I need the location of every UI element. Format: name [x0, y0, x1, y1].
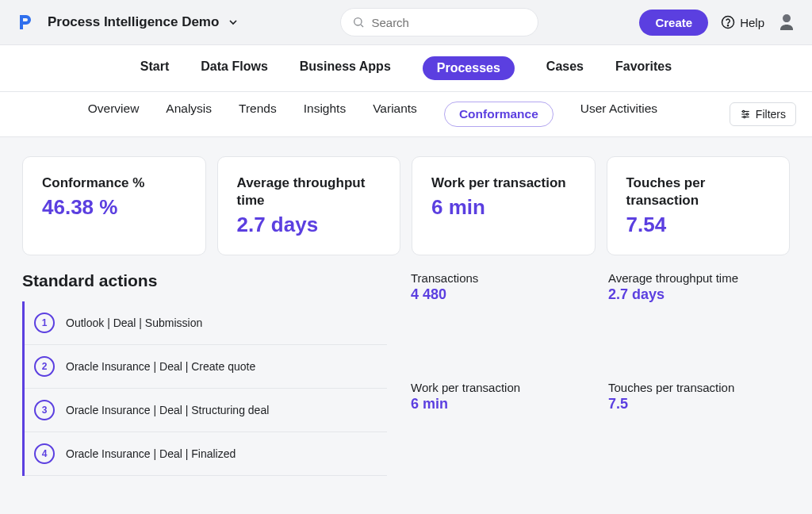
- main-nav: Start Data Flows Business Apps Processes…: [0, 45, 812, 92]
- stat-throughput: Average throughput time 2.7 days: [608, 271, 790, 366]
- filters-icon: [740, 109, 751, 120]
- actions-list: 1 Outlook | Deal | Submission 2 Oracle I…: [22, 301, 387, 476]
- stat-touches: Touches per transaction 7.5: [608, 381, 790, 476]
- search-icon: [352, 15, 365, 29]
- svg-point-9: [746, 113, 748, 115]
- tab-overview[interactable]: Overview: [88, 102, 140, 127]
- kpi-work: Work per transaction 6 min: [412, 156, 596, 255]
- help-label: Help: [740, 16, 764, 29]
- action-label: Oracle Insurance | Deal | Structuring de…: [66, 404, 269, 416]
- search-box[interactable]: [340, 8, 538, 36]
- svg-line-1: [362, 25, 364, 27]
- stat-work: Work per transaction 6 min: [411, 381, 592, 476]
- tab-trends[interactable]: Trends: [239, 102, 277, 127]
- kpi-throughput: Average throughput time 2.7 days: [217, 156, 401, 255]
- logo-icon: [16, 13, 35, 32]
- summary-stats: Transactions 4 480 Average throughput ti…: [411, 271, 790, 476]
- action-item[interactable]: 3 Oracle Insurance | Deal | Structuring …: [25, 389, 387, 432]
- filters-label: Filters: [756, 108, 786, 121]
- nav-business-apps[interactable]: Business Apps: [300, 56, 391, 80]
- nav-favorites[interactable]: Favorites: [615, 56, 672, 80]
- kpi-conformance: Conformance % 46.38 %: [22, 156, 206, 255]
- action-number: 2: [34, 356, 55, 377]
- standard-actions-panel: Standard actions 1 Outlook | Deal | Subm…: [22, 271, 387, 476]
- workspace-name: Process Intelligence Demo: [48, 14, 219, 30]
- stat-value: 2.7 days: [608, 286, 790, 303]
- kpi-value: 7.54: [626, 213, 771, 237]
- kpi-value: 46.38 %: [42, 195, 186, 220]
- tab-conformance[interactable]: Conformance: [444, 102, 553, 127]
- nav-processes[interactable]: Processes: [423, 56, 515, 80]
- tab-variants[interactable]: Variants: [373, 102, 417, 127]
- stat-value: 6 min: [411, 396, 592, 412]
- help-icon: [721, 15, 735, 29]
- sub-nav: Overview Analysis Trends Insights Varian…: [72, 102, 657, 127]
- stat-transactions: Transactions 4 480: [411, 271, 592, 366]
- chevron-down-icon: [227, 16, 239, 29]
- content-area: Conformance % 46.38 % Average throughput…: [0, 137, 812, 495]
- action-label: Oracle Insurance | Deal | Finalized: [66, 447, 236, 460]
- search-input[interactable]: [371, 16, 527, 29]
- create-button[interactable]: Create: [639, 10, 708, 36]
- help-link[interactable]: Help: [721, 15, 764, 29]
- nav-start[interactable]: Start: [140, 56, 169, 80]
- tab-insights[interactable]: Insights: [304, 102, 346, 127]
- kpi-label: Average throughput time: [237, 175, 381, 209]
- action-item[interactable]: 4 Oracle Insurance | Deal | Finalized: [25, 432, 387, 476]
- stat-value: 4 480: [411, 286, 592, 303]
- nav-data-flows[interactable]: Data Flows: [201, 56, 267, 80]
- kpi-value: 2.7 days: [237, 213, 381, 237]
- action-number: 3: [34, 400, 55, 420]
- top-bar: Process Intelligence Demo Create Help: [0, 0, 812, 45]
- svg-point-8: [742, 110, 744, 112]
- svg-point-4: [783, 16, 790, 22]
- sub-nav-row: Overview Analysis Trends Insights Varian…: [0, 92, 812, 137]
- panel-title: Standard actions: [22, 271, 387, 290]
- search-wrapper: [252, 8, 626, 36]
- kpi-touches: Touches per transaction 7.54: [607, 156, 791, 255]
- kpi-label: Work per transaction: [431, 175, 576, 192]
- stat-label: Average throughput time: [608, 271, 790, 285]
- svg-point-3: [728, 25, 729, 26]
- action-number: 1: [34, 313, 55, 333]
- filters-button[interactable]: Filters: [730, 102, 796, 126]
- kpi-label: Conformance %: [42, 175, 186, 192]
- tab-user-activities[interactable]: User Activities: [580, 102, 657, 127]
- stat-label: Touches per transaction: [608, 381, 790, 394]
- nav-cases[interactable]: Cases: [546, 56, 584, 80]
- stat-label: Work per transaction: [411, 381, 592, 394]
- workspace-selector[interactable]: Process Intelligence Demo: [48, 14, 239, 30]
- tab-analysis[interactable]: Analysis: [166, 102, 212, 127]
- kpi-value: 6 min: [431, 195, 576, 220]
- action-label: Oracle Insurance | Deal | Create quote: [66, 360, 255, 373]
- svg-point-10: [744, 116, 745, 117]
- svg-point-0: [354, 18, 362, 25]
- avatar-icon[interactable]: [777, 13, 796, 32]
- action-number: 4: [34, 443, 55, 464]
- action-item[interactable]: 2 Oracle Insurance | Deal | Create quote: [25, 345, 387, 389]
- action-item[interactable]: 1 Outlook | Deal | Submission: [25, 301, 387, 345]
- stat-label: Transactions: [411, 271, 592, 285]
- kpi-label: Touches per transaction: [626, 175, 771, 209]
- kpi-row: Conformance % 46.38 % Average throughput…: [22, 156, 790, 255]
- action-label: Outlook | Deal | Submission: [66, 316, 202, 329]
- stat-value: 7.5: [608, 396, 790, 412]
- bottom-row: Standard actions 1 Outlook | Deal | Subm…: [22, 271, 790, 476]
